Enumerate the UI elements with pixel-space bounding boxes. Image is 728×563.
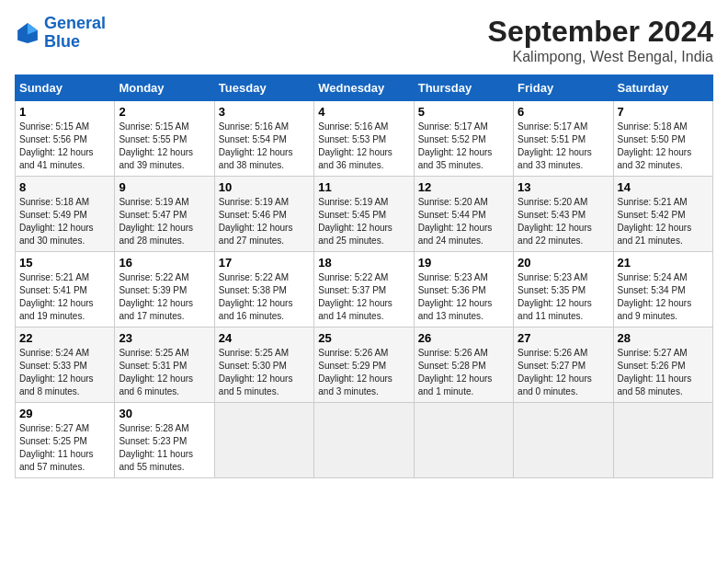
day-number: 15 (19, 256, 110, 270)
day-number: 10 (219, 180, 310, 194)
day-info: Sunrise: 5:15 AM Sunset: 5:55 PM Dayligh… (119, 121, 210, 172)
calendar-day-17: 17Sunrise: 5:22 AM Sunset: 5:38 PM Dayli… (214, 252, 313, 327)
day-number: 20 (518, 256, 609, 270)
day-info: Sunrise: 5:21 AM Sunset: 5:42 PM Dayligh… (618, 196, 709, 247)
day-number: 9 (119, 180, 210, 194)
title-area: September 2024 Kalimpong, West Bengal, I… (488, 15, 713, 65)
calendar-day-22: 22Sunrise: 5:24 AM Sunset: 5:33 PM Dayli… (16, 327, 115, 403)
calendar-header-sunday: Sunday (16, 75, 115, 101)
empty-cell (414, 403, 513, 478)
calendar-body: 1Sunrise: 5:15 AM Sunset: 5:56 PM Daylig… (16, 101, 713, 478)
calendar-day-8: 8Sunrise: 5:18 AM Sunset: 5:49 PM Daylig… (16, 177, 115, 252)
day-info: Sunrise: 5:19 AM Sunset: 5:46 PM Dayligh… (219, 196, 310, 247)
day-info: Sunrise: 5:17 AM Sunset: 5:52 PM Dayligh… (418, 121, 509, 172)
day-number: 26 (418, 331, 509, 345)
day-number: 22 (19, 331, 110, 345)
day-number: 7 (618, 105, 709, 119)
calendar-day-21: 21Sunrise: 5:24 AM Sunset: 5:34 PM Dayli… (613, 252, 712, 327)
day-info: Sunrise: 5:21 AM Sunset: 5:41 PM Dayligh… (19, 271, 110, 323)
calendar-day-29: 29Sunrise: 5:27 AM Sunset: 5:25 PM Dayli… (16, 403, 115, 478)
day-info: Sunrise: 5:22 AM Sunset: 5:38 PM Dayligh… (219, 271, 310, 323)
day-info: Sunrise: 5:24 AM Sunset: 5:33 PM Dayligh… (19, 347, 110, 398)
calendar-day-23: 23Sunrise: 5:25 AM Sunset: 5:31 PM Dayli… (115, 327, 214, 403)
day-number: 8 (19, 180, 110, 194)
calendar-day-12: 12Sunrise: 5:20 AM Sunset: 5:44 PM Dayli… (414, 177, 513, 252)
empty-cell (214, 403, 313, 478)
day-number: 23 (119, 331, 210, 345)
day-number: 13 (518, 180, 609, 194)
calendar-day-1: 1Sunrise: 5:15 AM Sunset: 5:56 PM Daylig… (16, 101, 115, 177)
calendar-week-3: 15Sunrise: 5:21 AM Sunset: 5:41 PM Dayli… (16, 252, 713, 327)
calendar-week-4: 22Sunrise: 5:24 AM Sunset: 5:33 PM Dayli… (16, 327, 713, 403)
calendar-day-5: 5Sunrise: 5:17 AM Sunset: 5:52 PM Daylig… (414, 101, 513, 177)
calendar-day-7: 7Sunrise: 5:18 AM Sunset: 5:50 PM Daylig… (613, 101, 712, 177)
day-info: Sunrise: 5:27 AM Sunset: 5:26 PM Dayligh… (618, 347, 709, 398)
day-info: Sunrise: 5:19 AM Sunset: 5:45 PM Dayligh… (318, 196, 409, 247)
day-info: Sunrise: 5:28 AM Sunset: 5:23 PM Dayligh… (119, 422, 210, 474)
calendar-header-monday: Monday (115, 75, 214, 101)
day-info: Sunrise: 5:16 AM Sunset: 5:53 PM Dayligh… (318, 121, 409, 172)
calendar-header-wednesday: Wednesday (314, 75, 414, 101)
day-info: Sunrise: 5:23 AM Sunset: 5:35 PM Dayligh… (518, 271, 609, 323)
calendar-day-11: 11Sunrise: 5:19 AM Sunset: 5:45 PM Dayli… (314, 177, 414, 252)
calendar-day-30: 30Sunrise: 5:28 AM Sunset: 5:23 PM Dayli… (115, 403, 214, 478)
day-number: 16 (119, 256, 210, 270)
page-title: September 2024 (488, 15, 713, 49)
day-number: 11 (318, 180, 409, 194)
day-number: 18 (318, 256, 409, 270)
day-info: Sunrise: 5:26 AM Sunset: 5:29 PM Dayligh… (318, 347, 409, 398)
day-info: Sunrise: 5:20 AM Sunset: 5:44 PM Dayligh… (418, 196, 509, 247)
day-number: 27 (518, 331, 609, 345)
day-info: Sunrise: 5:26 AM Sunset: 5:27 PM Dayligh… (518, 347, 609, 398)
day-number: 1 (19, 105, 110, 119)
day-info: Sunrise: 5:25 AM Sunset: 5:31 PM Dayligh… (119, 347, 210, 398)
day-number: 14 (618, 180, 709, 194)
logo-icon (15, 20, 40, 46)
day-number: 29 (19, 407, 110, 420)
calendar-week-5: 29Sunrise: 5:27 AM Sunset: 5:25 PM Dayli… (16, 403, 713, 478)
calendar-day-20: 20Sunrise: 5:23 AM Sunset: 5:35 PM Dayli… (514, 252, 613, 327)
day-info: Sunrise: 5:25 AM Sunset: 5:30 PM Dayligh… (219, 347, 310, 398)
day-info: Sunrise: 5:26 AM Sunset: 5:28 PM Dayligh… (418, 347, 509, 398)
day-number: 21 (618, 256, 709, 270)
day-info: Sunrise: 5:27 AM Sunset: 5:25 PM Dayligh… (19, 422, 110, 474)
calendar-week-1: 1Sunrise: 5:15 AM Sunset: 5:56 PM Daylig… (16, 101, 713, 177)
day-info: Sunrise: 5:24 AM Sunset: 5:34 PM Dayligh… (618, 271, 709, 323)
day-info: Sunrise: 5:15 AM Sunset: 5:56 PM Dayligh… (19, 121, 110, 172)
day-number: 5 (418, 105, 509, 119)
day-info: Sunrise: 5:22 AM Sunset: 5:39 PM Dayligh… (119, 271, 210, 323)
calendar-header-tuesday: Tuesday (214, 75, 313, 101)
calendar-day-18: 18Sunrise: 5:22 AM Sunset: 5:37 PM Dayli… (314, 252, 414, 327)
calendar-day-3: 3Sunrise: 5:16 AM Sunset: 5:54 PM Daylig… (214, 101, 313, 177)
calendar-day-14: 14Sunrise: 5:21 AM Sunset: 5:42 PM Dayli… (613, 177, 712, 252)
day-number: 6 (518, 105, 609, 119)
day-number: 3 (219, 105, 310, 119)
calendar-header-saturday: Saturday (613, 75, 712, 101)
day-info: Sunrise: 5:17 AM Sunset: 5:51 PM Dayligh… (518, 121, 609, 172)
day-number: 19 (418, 256, 509, 270)
calendar-day-4: 4Sunrise: 5:16 AM Sunset: 5:53 PM Daylig… (314, 101, 414, 177)
logo: General Blue (15, 15, 106, 52)
day-number: 28 (618, 331, 709, 345)
day-info: Sunrise: 5:22 AM Sunset: 5:37 PM Dayligh… (318, 271, 409, 323)
calendar-header-row: SundayMondayTuesdayWednesdayThursdayFrid… (16, 75, 713, 101)
logo-text: General Blue (44, 15, 106, 52)
calendar-day-6: 6Sunrise: 5:17 AM Sunset: 5:51 PM Daylig… (514, 101, 613, 177)
day-info: Sunrise: 5:18 AM Sunset: 5:50 PM Dayligh… (618, 121, 709, 172)
calendar-day-19: 19Sunrise: 5:23 AM Sunset: 5:36 PM Dayli… (414, 252, 513, 327)
day-number: 12 (418, 180, 509, 194)
calendar-day-13: 13Sunrise: 5:20 AM Sunset: 5:43 PM Dayli… (514, 177, 613, 252)
day-number: 2 (119, 105, 210, 119)
calendar-header-thursday: Thursday (414, 75, 513, 101)
calendar-day-25: 25Sunrise: 5:26 AM Sunset: 5:29 PM Dayli… (314, 327, 414, 403)
calendar-header-friday: Friday (514, 75, 613, 101)
day-info: Sunrise: 5:18 AM Sunset: 5:49 PM Dayligh… (19, 196, 110, 247)
day-number: 4 (318, 105, 409, 119)
calendar-day-9: 9Sunrise: 5:19 AM Sunset: 5:47 PM Daylig… (115, 177, 214, 252)
header: General Blue September 2024 Kalimpong, W… (15, 15, 713, 65)
calendar-day-2: 2Sunrise: 5:15 AM Sunset: 5:55 PM Daylig… (115, 101, 214, 177)
empty-cell (514, 403, 613, 478)
calendar-week-2: 8Sunrise: 5:18 AM Sunset: 5:49 PM Daylig… (16, 177, 713, 252)
day-info: Sunrise: 5:19 AM Sunset: 5:47 PM Dayligh… (119, 196, 210, 247)
calendar-table: SundayMondayTuesdayWednesdayThursdayFrid… (15, 75, 713, 478)
